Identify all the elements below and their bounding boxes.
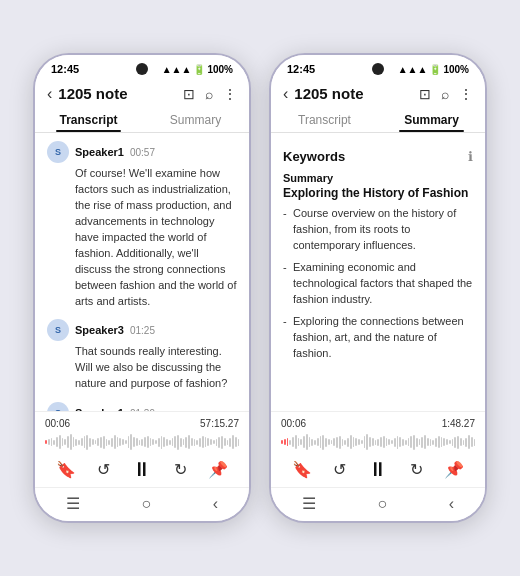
keywords-label: Keywords <box>283 149 345 164</box>
waveform-left[interactable]: (function(){ const heights = [4,6,8,5,10… <box>45 432 239 452</box>
more-icon-left[interactable]: ⋮ <box>223 86 237 102</box>
summary-title-label: Summary <box>283 172 473 184</box>
header-icons-left: ⊡ ⌕ ⋮ <box>183 86 237 102</box>
more-icon-right[interactable]: ⋮ <box>459 86 473 102</box>
current-time-left: 00:06 <box>45 418 70 429</box>
search-icon-left[interactable]: ⌕ <box>205 86 213 102</box>
summary-content-right: Keywords ℹ Summary Exploring the History… <box>271 133 485 411</box>
back-button-right[interactable]: ‹ <box>283 86 288 102</box>
speaker-row-1: S Speaker3 01:25 <box>47 319 237 341</box>
tab-transcript-left[interactable]: Transcript <box>35 106 142 132</box>
header-left: ‹ 1205 note ⊡ ⌕ ⋮ <box>35 79 249 106</box>
battery-pct-right: 100% <box>443 64 469 75</box>
forward-control-right[interactable]: ↻ <box>410 460 423 479</box>
status-icons-left: ▲▲▲ 🔋 100% <box>162 64 233 75</box>
avatar-s3-0: S <box>47 319 69 341</box>
tab-transcript-right[interactable]: Transcript <box>271 106 378 132</box>
back-button-left[interactable]: ‹ <box>47 86 52 102</box>
summary-list: Course overview on the history of fashio… <box>283 206 473 361</box>
bookmark-icon-left[interactable]: ⊡ <box>183 86 195 102</box>
speaker-name-0: Speaker1 <box>75 146 124 158</box>
total-time-left: 57:15.27 <box>200 418 239 429</box>
camera-notch <box>136 63 148 75</box>
phone-left: 12:45 ▲▲▲ 🔋 100% ‹ 1205 note ⊡ ⌕ ⋮ Trans… <box>33 53 251 523</box>
audio-time-row-right: 00:06 1:48.27 <box>281 418 475 429</box>
rewind-control-right[interactable]: ↺ <box>333 460 346 479</box>
transcript-text-1: That sounds really interesting. Will we … <box>47 344 237 392</box>
nav-menu-left[interactable]: ☰ <box>66 494 80 513</box>
summary-heading: Exploring the History of Fashion <box>283 186 473 200</box>
bookmark-control-left[interactable]: 🔖 <box>56 460 76 479</box>
bookmark-end-left[interactable]: 📌 <box>208 460 228 479</box>
note-title-right: 1205 note <box>294 85 413 102</box>
header-right: ‹ 1205 note ⊡ ⌕ ⋮ <box>271 79 485 106</box>
speaker-time-1: 01:25 <box>130 325 155 336</box>
summary-bullet-1: Examining economic and technological fac… <box>283 260 473 308</box>
pause-control-right[interactable]: ⏸ <box>368 458 388 481</box>
header-icons-right: ⊡ ⌕ ⋮ <box>419 86 473 102</box>
search-icon-right[interactable]: ⌕ <box>441 86 449 102</box>
status-icons-right: ▲▲▲ 🔋 100% <box>398 64 469 75</box>
transcript-entry-2: S Speaker1 01:39 Absolutely! The nature … <box>47 402 237 411</box>
summary-section: Keywords ℹ Summary Exploring the History… <box>283 141 473 371</box>
info-icon[interactable]: ℹ <box>468 149 473 164</box>
bookmark-end-right[interactable]: 📌 <box>444 460 464 479</box>
tab-bar-left: Transcript Summary <box>35 106 249 133</box>
summary-bullet-2: Exploring the connections between fashio… <box>283 314 473 362</box>
signal-icon-left: ▲▲▲ <box>162 64 192 75</box>
speaker-time-0: 00:57 <box>130 147 155 158</box>
tab-bar-right: Transcript Summary <box>271 106 485 133</box>
nav-back-right[interactable]: ‹ <box>449 495 454 513</box>
battery-icon-right: 🔋 <box>429 64 441 75</box>
transcript-content-left: S Speaker1 00:57 Of course! We'll examin… <box>35 133 249 411</box>
summary-bullet-0: Course overview on the history of fashio… <box>283 206 473 254</box>
speaker-row-2: S Speaker1 01:39 <box>47 402 237 411</box>
nav-menu-right[interactable]: ☰ <box>302 494 316 513</box>
audio-bar-right: 00:06 1:48.27 (function(){ const heights… <box>271 411 485 487</box>
pause-control-left[interactable]: ⏸ <box>132 458 152 481</box>
audio-time-row-left: 00:06 57:15.27 <box>45 418 239 429</box>
total-time-right: 1:48.27 <box>442 418 475 429</box>
battery-icon-left: 🔋 <box>193 64 205 75</box>
camera-notch-right <box>372 63 384 75</box>
tab-summary-left[interactable]: Summary <box>142 106 249 132</box>
nav-home-left[interactable]: ○ <box>141 495 151 513</box>
bookmark-icon-right[interactable]: ⊡ <box>419 86 431 102</box>
current-time-right: 00:06 <box>281 418 306 429</box>
tab-summary-right[interactable]: Summary <box>378 106 485 132</box>
transcript-text-0: Of course! We'll examine how factors suc… <box>47 166 237 309</box>
nav-home-right[interactable]: ○ <box>377 495 387 513</box>
rewind-control-left[interactable]: ↺ <box>97 460 110 479</box>
nav-bar-right: ☰ ○ ‹ <box>271 487 485 521</box>
phone-right: 12:45 ▲▲▲ 🔋 100% ‹ 1205 note ⊡ ⌕ ⋮ Trans… <box>269 53 487 523</box>
signal-icon-right: ▲▲▲ <box>398 64 428 75</box>
audio-bar-left: 00:06 57:15.27 (function(){ const height… <box>35 411 249 487</box>
keywords-row: Keywords ℹ <box>283 149 473 164</box>
audio-controls-right: 🔖 ↺ ⏸ ↻ 📌 <box>281 456 475 483</box>
avatar-s1-1: S <box>47 402 69 411</box>
status-time-right: 12:45 <box>287 63 315 75</box>
bookmark-control-right[interactable]: 🔖 <box>292 460 312 479</box>
note-title-left: 1205 note <box>58 85 177 102</box>
transcript-entry-1: S Speaker3 01:25 That sounds really inte… <box>47 319 237 392</box>
transcript-entry-0: S Speaker1 00:57 Of course! We'll examin… <box>47 141 237 309</box>
forward-control-left[interactable]: ↻ <box>174 460 187 479</box>
speaker-row-0: S Speaker1 00:57 <box>47 141 237 163</box>
waveform-right[interactable]: (function(){ const heights = [4,6,8,5,10… <box>281 432 475 452</box>
nav-back-left[interactable]: ‹ <box>213 495 218 513</box>
status-time-left: 12:45 <box>51 63 79 75</box>
avatar-s1-0: S <box>47 141 69 163</box>
speaker-name-1: Speaker3 <box>75 324 124 336</box>
battery-pct-left: 100% <box>207 64 233 75</box>
audio-controls-left: 🔖 ↺ ⏸ ↻ 📌 <box>45 456 239 483</box>
nav-bar-left: ☰ ○ ‹ <box>35 487 249 521</box>
